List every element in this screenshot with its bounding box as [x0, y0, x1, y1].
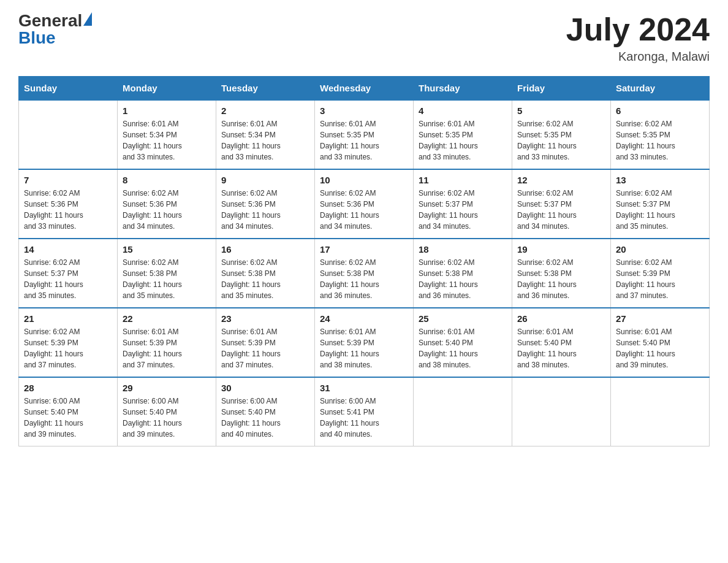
- calendar-day-cell: 11Sunrise: 6:02 AM Sunset: 5:37 PM Dayli…: [414, 169, 512, 239]
- calendar-day-cell: 2Sunrise: 6:01 AM Sunset: 5:34 PM Daylig…: [216, 100, 315, 169]
- day-info: Sunrise: 6:01 AM Sunset: 5:39 PM Dayligh…: [221, 326, 309, 370]
- day-info: Sunrise: 6:02 AM Sunset: 5:38 PM Dayligh…: [320, 257, 408, 301]
- day-info: Sunrise: 6:02 AM Sunset: 5:38 PM Dayligh…: [419, 257, 507, 301]
- calendar-day-cell: 14Sunrise: 6:02 AM Sunset: 5:37 PM Dayli…: [19, 239, 118, 308]
- day-number: 17: [320, 244, 408, 255]
- day-number: 13: [616, 175, 704, 185]
- logo-triangle-icon: [83, 12, 92, 26]
- day-info: Sunrise: 6:01 AM Sunset: 5:35 PM Dayligh…: [320, 118, 408, 163]
- day-of-week-header: Wednesday: [315, 77, 414, 101]
- calendar-day-cell: 10Sunrise: 6:02 AM Sunset: 5:36 PM Dayli…: [315, 169, 414, 239]
- day-info: Sunrise: 6:00 AM Sunset: 5:40 PM Dayligh…: [24, 396, 112, 440]
- calendar-day-cell: 30Sunrise: 6:00 AM Sunset: 5:40 PM Dayli…: [216, 377, 315, 446]
- calendar-day-cell: 5Sunrise: 6:02 AM Sunset: 5:35 PM Daylig…: [512, 100, 611, 169]
- calendar-week-row: 28Sunrise: 6:00 AM Sunset: 5:40 PM Dayli…: [19, 377, 710, 446]
- day-info: Sunrise: 6:02 AM Sunset: 5:37 PM Dayligh…: [24, 257, 112, 301]
- day-info: Sunrise: 6:01 AM Sunset: 5:34 PM Dayligh…: [123, 118, 211, 163]
- calendar-day-cell: 8Sunrise: 6:02 AM Sunset: 5:36 PM Daylig…: [118, 169, 216, 239]
- day-info: Sunrise: 6:02 AM Sunset: 5:38 PM Dayligh…: [221, 257, 309, 301]
- day-of-week-header: Friday: [512, 77, 611, 101]
- day-info: Sunrise: 6:02 AM Sunset: 5:39 PM Dayligh…: [24, 326, 112, 370]
- calendar-day-cell: 9Sunrise: 6:02 AM Sunset: 5:36 PM Daylig…: [216, 169, 315, 239]
- calendar-table: SundayMondayTuesdayWednesdayThursdayFrid…: [18, 76, 710, 446]
- day-info: Sunrise: 6:00 AM Sunset: 5:41 PM Dayligh…: [320, 396, 408, 440]
- day-number: 31: [320, 383, 408, 393]
- day-number: 3: [320, 105, 408, 116]
- logo-blue-text: Blue: [18, 29, 92, 47]
- calendar-day-cell: 25Sunrise: 6:01 AM Sunset: 5:40 PM Dayli…: [414, 308, 512, 377]
- calendar-day-cell: 23Sunrise: 6:01 AM Sunset: 5:39 PM Dayli…: [216, 308, 315, 377]
- day-of-week-header: Thursday: [414, 77, 512, 101]
- day-number: 7: [24, 175, 112, 185]
- day-number: 16: [221, 244, 309, 255]
- calendar-week-row: 14Sunrise: 6:02 AM Sunset: 5:37 PM Dayli…: [19, 239, 710, 308]
- day-info: Sunrise: 6:02 AM Sunset: 5:38 PM Dayligh…: [517, 257, 605, 301]
- day-number: 24: [320, 313, 408, 324]
- calendar-day-cell: 1Sunrise: 6:01 AM Sunset: 5:34 PM Daylig…: [118, 100, 216, 169]
- calendar-day-cell: 17Sunrise: 6:02 AM Sunset: 5:38 PM Dayli…: [315, 239, 414, 308]
- day-info: Sunrise: 6:02 AM Sunset: 5:36 PM Dayligh…: [221, 188, 309, 232]
- day-info: Sunrise: 6:02 AM Sunset: 5:37 PM Dayligh…: [419, 188, 507, 232]
- day-info: Sunrise: 6:02 AM Sunset: 5:36 PM Dayligh…: [123, 188, 211, 232]
- day-number: 15: [123, 244, 211, 255]
- calendar-day-cell: 20Sunrise: 6:02 AM Sunset: 5:39 PM Dayli…: [611, 239, 710, 308]
- logo-general-text: General: [18, 12, 82, 29]
- day-number: 25: [419, 313, 507, 324]
- day-info: Sunrise: 6:01 AM Sunset: 5:40 PM Dayligh…: [419, 326, 507, 370]
- calendar-day-cell: [19, 100, 118, 169]
- calendar-header-row: SundayMondayTuesdayWednesdayThursdayFrid…: [19, 77, 710, 101]
- day-number: 4: [419, 105, 507, 116]
- calendar-day-cell: 6Sunrise: 6:02 AM Sunset: 5:35 PM Daylig…: [611, 100, 710, 169]
- calendar-day-cell: 16Sunrise: 6:02 AM Sunset: 5:38 PM Dayli…: [216, 239, 315, 308]
- calendar-day-cell: 27Sunrise: 6:01 AM Sunset: 5:40 PM Dayli…: [611, 308, 710, 377]
- calendar-day-cell: 24Sunrise: 6:01 AM Sunset: 5:39 PM Dayli…: [315, 308, 414, 377]
- day-info: Sunrise: 6:02 AM Sunset: 5:37 PM Dayligh…: [517, 188, 605, 232]
- day-of-week-header: Saturday: [611, 77, 710, 101]
- calendar-day-cell: 15Sunrise: 6:02 AM Sunset: 5:38 PM Dayli…: [118, 239, 216, 308]
- calendar-week-row: 7Sunrise: 6:02 AM Sunset: 5:36 PM Daylig…: [19, 169, 710, 239]
- calendar-day-cell: [512, 377, 611, 446]
- day-of-week-header: Sunday: [19, 77, 118, 101]
- day-number: 11: [419, 175, 507, 185]
- calendar-title: July 2024: [566, 12, 710, 47]
- day-number: 10: [320, 175, 408, 185]
- day-of-week-header: Tuesday: [216, 77, 315, 101]
- calendar-week-row: 1Sunrise: 6:01 AM Sunset: 5:34 PM Daylig…: [19, 100, 710, 169]
- calendar-day-cell: 4Sunrise: 6:01 AM Sunset: 5:35 PM Daylig…: [414, 100, 512, 169]
- calendar-day-cell: 28Sunrise: 6:00 AM Sunset: 5:40 PM Dayli…: [19, 377, 118, 446]
- calendar-day-cell: [414, 377, 512, 446]
- day-info: Sunrise: 6:01 AM Sunset: 5:34 PM Dayligh…: [221, 118, 309, 163]
- day-number: 9: [221, 175, 309, 185]
- calendar-day-cell: 3Sunrise: 6:01 AM Sunset: 5:35 PM Daylig…: [315, 100, 414, 169]
- calendar-day-cell: 26Sunrise: 6:01 AM Sunset: 5:40 PM Dayli…: [512, 308, 611, 377]
- calendar-day-cell: 12Sunrise: 6:02 AM Sunset: 5:37 PM Dayli…: [512, 169, 611, 239]
- calendar-day-cell: 18Sunrise: 6:02 AM Sunset: 5:38 PM Dayli…: [414, 239, 512, 308]
- day-number: 2: [221, 105, 309, 116]
- day-number: 27: [616, 313, 704, 324]
- day-number: 29: [123, 383, 211, 393]
- calendar-day-cell: 29Sunrise: 6:00 AM Sunset: 5:40 PM Dayli…: [118, 377, 216, 446]
- day-info: Sunrise: 6:01 AM Sunset: 5:39 PM Dayligh…: [123, 326, 211, 370]
- calendar-day-cell: 13Sunrise: 6:02 AM Sunset: 5:37 PM Dayli…: [611, 169, 710, 239]
- calendar-location: Karonga, Malawi: [566, 50, 710, 64]
- day-info: Sunrise: 6:00 AM Sunset: 5:40 PM Dayligh…: [221, 396, 309, 440]
- day-number: 26: [517, 313, 605, 324]
- day-number: 21: [24, 313, 112, 324]
- day-info: Sunrise: 6:02 AM Sunset: 5:35 PM Dayligh…: [616, 118, 704, 163]
- day-info: Sunrise: 6:02 AM Sunset: 5:38 PM Dayligh…: [123, 257, 211, 301]
- day-info: Sunrise: 6:02 AM Sunset: 5:35 PM Dayligh…: [517, 118, 605, 163]
- day-info: Sunrise: 6:01 AM Sunset: 5:39 PM Dayligh…: [320, 326, 408, 370]
- calendar-day-cell: 22Sunrise: 6:01 AM Sunset: 5:39 PM Dayli…: [118, 308, 216, 377]
- day-number: 19: [517, 244, 605, 255]
- calendar-day-cell: 19Sunrise: 6:02 AM Sunset: 5:38 PM Dayli…: [512, 239, 611, 308]
- day-number: 18: [419, 244, 507, 255]
- day-info: Sunrise: 6:00 AM Sunset: 5:40 PM Dayligh…: [123, 396, 211, 440]
- day-number: 22: [123, 313, 211, 324]
- day-number: 20: [616, 244, 704, 255]
- day-number: 12: [517, 175, 605, 185]
- day-number: 30: [221, 383, 309, 393]
- logo: General Blue: [18, 12, 92, 47]
- day-number: 28: [24, 383, 112, 393]
- title-block: July 2024 Karonga, Malawi: [566, 12, 710, 64]
- calendar-day-cell: [611, 377, 710, 446]
